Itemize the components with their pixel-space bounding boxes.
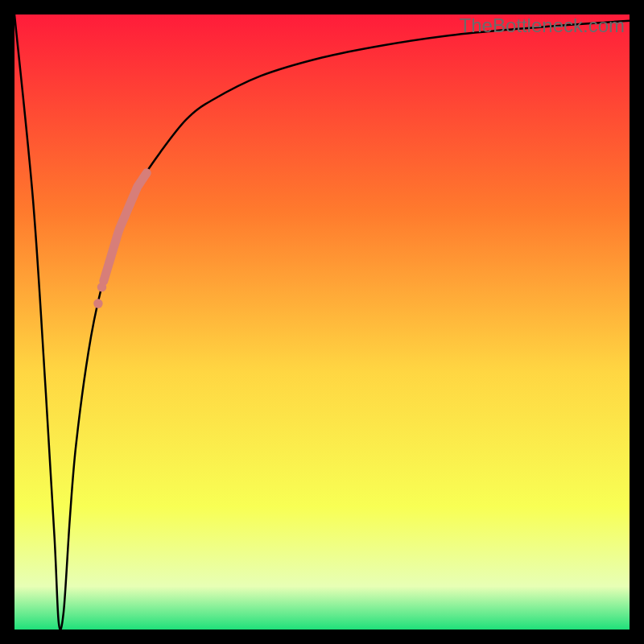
highlight-dot [93,299,102,308]
chart-svg [14,14,630,630]
chart-frame: TheBottleneck.com [0,0,644,644]
highlight-dot [97,283,106,291]
gradient-background [14,14,630,630]
plot-area: TheBottleneck.com [14,14,630,630]
watermark-text: TheBottleneck.com [460,14,625,37]
